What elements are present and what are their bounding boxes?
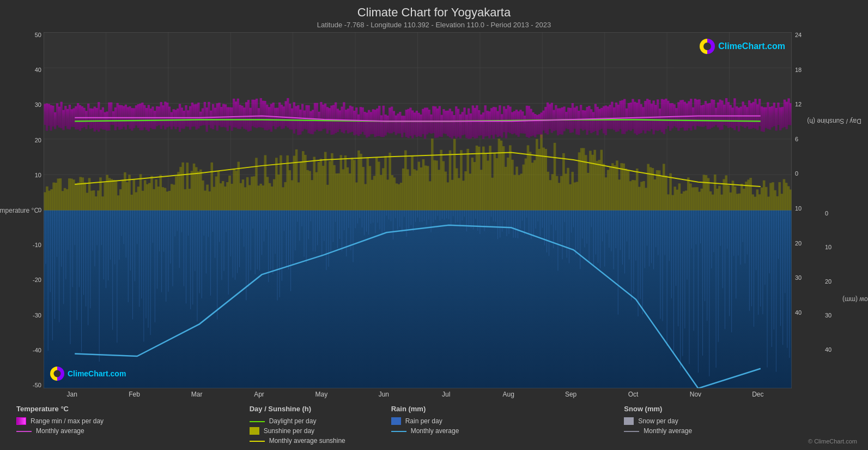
y-tick-left-n20: -20: [21, 277, 41, 283]
legend-sunshine-monthly: Monthly average sunshine: [250, 437, 391, 445]
legend-rain-swatch: Rain per day: [391, 417, 624, 425]
logo-bottom-left: ClimeChart.com: [50, 367, 126, 381]
legend-col1-title: Temperature °C: [16, 405, 250, 413]
y-axis-right2-label: Rain / Snow (mm): [842, 296, 868, 303]
x-tick-aug: Aug: [477, 391, 539, 398]
legend-col-sunshine: Day / Sunshine (h) Daylight per day Suns…: [250, 405, 391, 445]
legend-line-sunshine-monthly: [250, 441, 265, 442]
legend-col-rain: Rain (mm) Rain per day Monthly average: [391, 405, 624, 445]
y-tick-left-10: 10: [21, 172, 41, 178]
legend-col3-title: Rain (mm): [391, 405, 624, 413]
y-tick-right2-40: 40: [825, 347, 857, 353]
x-tick-mar: Mar: [166, 391, 228, 398]
y-tick-left-n40: -40: [21, 347, 41, 353]
x-tick-dec: Dec: [727, 391, 789, 398]
y-tick-left-20: 20: [21, 137, 41, 143]
legend-col-snow: Snow (mm) Snow per day Monthly average ©…: [624, 405, 857, 445]
legend-swatch-temp-range: [16, 417, 26, 425]
y-tick-left-n30: -30: [21, 313, 41, 319]
x-tick-oct: Oct: [602, 391, 664, 398]
chart-subtitle: Latitude -7.768 - Longitude 110.392 - El…: [11, 21, 857, 29]
y-tick-right1-6: 6: [795, 136, 822, 142]
y-tick-left-30: 30: [21, 102, 41, 108]
legend-col-temperature: Temperature °C Range min / max per day M…: [16, 405, 250, 445]
x-tick-nov: Nov: [664, 391, 726, 398]
y-tick-right1-0: 0: [795, 171, 822, 177]
legend-line-temp-monthly: [16, 431, 32, 432]
legend-temp-range: Range min / max per day: [16, 417, 250, 425]
y-tick-right1-12: 12: [795, 101, 822, 107]
legend-line-daylight: [250, 421, 265, 422]
y-tick-right1-24: 24: [795, 32, 822, 38]
legend-sunshine-swatch: Sunshine per day: [250, 427, 391, 435]
legend-line-rain-monthly: [391, 431, 406, 432]
y-tick-left-n10: -10: [21, 242, 41, 248]
legend-snow-swatch: Snow per day: [624, 417, 857, 425]
chart-plot: ClimeChart.com ClimeChart.com: [44, 32, 792, 388]
y-tick-left-50: 50: [21, 32, 41, 38]
y-tick-right1-10: 10: [795, 206, 822, 212]
y-tick-right2-20: 20: [825, 279, 857, 285]
legend-swatch-sunshine: [250, 427, 259, 435]
legend-swatch-snow: [624, 417, 634, 425]
chart-title: Climate Chart for Yogyakarta: [11, 5, 857, 20]
y-axis-left-label: Temperature °C: [0, 207, 39, 214]
x-tick-jul: Jul: [415, 391, 477, 398]
y-tick-right1-18: 18: [795, 67, 822, 73]
x-tick-feb: Feb: [103, 391, 165, 398]
legend-daylight: Daylight per day: [250, 417, 391, 425]
y-tick-right1-20: 20: [795, 241, 822, 247]
y-tick-right2-0: 0: [825, 211, 857, 217]
x-axis: Jan Feb Mar Apr May Jun Jul Aug Sep Oct …: [41, 388, 789, 400]
x-tick-sep: Sep: [539, 391, 602, 398]
legend-col4-title: Snow (mm): [624, 405, 857, 413]
legend-snow-monthly: Monthly average: [624, 427, 857, 435]
x-tick-jun: Jun: [353, 391, 415, 398]
x-tick-may: May: [290, 391, 353, 398]
y-tick-right1-40: 40: [795, 310, 822, 316]
y-tick-left-40: 40: [21, 67, 41, 73]
y-tick-right2-10: 10: [825, 244, 857, 250]
x-tick-jan: Jan: [41, 391, 103, 398]
legend: Temperature °C Range min / max per day M…: [11, 401, 857, 445]
legend-line-snow-monthly: [624, 431, 639, 432]
legend-temp-monthly: Monthly average: [16, 427, 250, 435]
legend-rain-monthly: Monthly average: [391, 427, 624, 435]
y-tick-right2-30: 30: [825, 313, 857, 319]
logo-top-right: ClimeChart.com: [700, 39, 785, 54]
legend-swatch-rain: [391, 417, 401, 425]
y-tick-left-n50: -50: [21, 382, 41, 388]
y-tick-right1-30: 30: [795, 275, 822, 281]
x-tick-apr: Apr: [228, 391, 290, 398]
legend-col2-title: Day / Sunshine (h): [250, 405, 391, 413]
copyright: © ClimeChart.com: [808, 438, 857, 445]
